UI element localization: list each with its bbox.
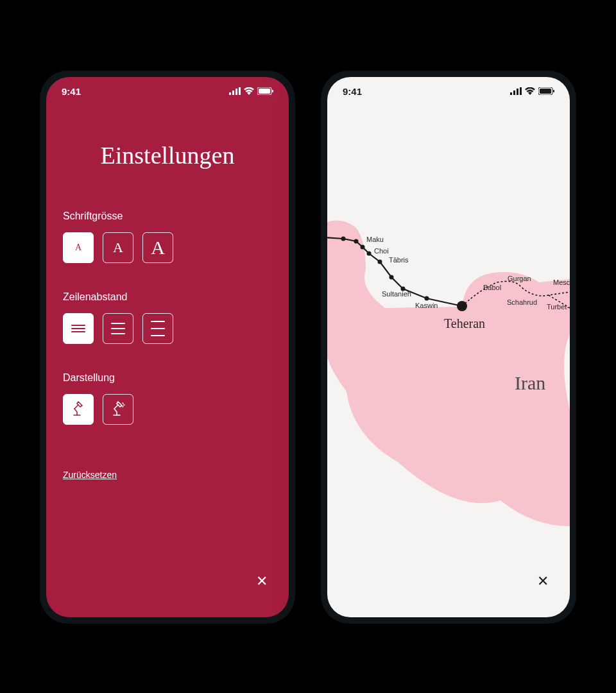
- map-area[interactable]: Maku Choi Täbris Sultanieh Kaswin Babol …: [327, 77, 570, 617]
- status-icons: [510, 87, 554, 95]
- svg-point-14: [341, 237, 346, 241]
- svg-rect-8: [513, 90, 515, 95]
- svg-point-18: [378, 260, 382, 264]
- svg-rect-1: [232, 90, 234, 95]
- lines-medium-icon: [111, 323, 125, 334]
- lamp-dark-icon: [110, 401, 126, 418]
- map-screen: 9:41: [327, 77, 570, 617]
- font-size-label: Schriftgrösse: [63, 210, 272, 222]
- svg-rect-10: [520, 87, 522, 95]
- svg-rect-12: [540, 89, 551, 94]
- svg-rect-9: [517, 89, 518, 95]
- svg-rect-6: [272, 90, 273, 92]
- close-button[interactable]: ✕: [534, 572, 552, 590]
- line-spacing-label: Zeilenabstand: [63, 291, 272, 303]
- svg-point-15: [354, 239, 359, 244]
- city-label: Gurgan: [508, 275, 531, 282]
- appearance-dark-button[interactable]: [103, 394, 133, 425]
- wifi-icon: [525, 87, 535, 95]
- map-svg: [327, 77, 570, 617]
- appearance-label: Darstellung: [63, 372, 272, 384]
- city-label: Sultanieh: [382, 290, 411, 298]
- city-label: Kaswin: [415, 302, 438, 309]
- svg-rect-2: [235, 89, 237, 95]
- city-label: Maku: [366, 235, 384, 243]
- city-label: Turbet-: [547, 303, 569, 311]
- lines-tight-icon: [71, 325, 85, 332]
- reset-link[interactable]: Zurücksetzen: [63, 470, 117, 480]
- status-icons: [229, 87, 273, 95]
- city-label: Mesch: [553, 278, 570, 286]
- country-label: Iran: [515, 372, 545, 394]
- page-title: Einstellungen: [63, 141, 272, 169]
- section-font-size: Schriftgrösse A A A: [63, 210, 272, 263]
- status-time: 9:41: [62, 86, 81, 97]
- svg-point-17: [367, 252, 372, 256]
- signal-icon: [229, 87, 241, 95]
- line-spacing-medium-button[interactable]: [103, 313, 133, 344]
- close-button[interactable]: ✕: [253, 572, 271, 590]
- line-spacing-tight-button[interactable]: [63, 313, 94, 344]
- city-label: Täbris: [389, 256, 409, 264]
- settings-screen: 9:41 Einstellungen Schriftgrösse A A A Z…: [46, 77, 289, 617]
- wifi-icon: [244, 87, 254, 95]
- appearance-light-button[interactable]: [63, 394, 94, 425]
- svg-rect-13: [553, 90, 554, 92]
- svg-point-21: [425, 296, 429, 301]
- city-label: Schahrud: [507, 298, 537, 306]
- svg-rect-3: [239, 87, 241, 95]
- svg-rect-7: [510, 92, 512, 95]
- status-time: 9:41: [343, 86, 362, 97]
- font-size-small-button[interactable]: A: [63, 232, 94, 263]
- lamp-light-icon: [70, 401, 87, 418]
- status-bar: 9:41: [327, 77, 570, 105]
- section-line-spacing: Zeilenabstand: [63, 291, 272, 344]
- battery-icon: [538, 87, 554, 95]
- status-bar: 9:41: [46, 77, 289, 105]
- phone-settings: 9:41 Einstellungen Schriftgrösse A A A Z…: [40, 71, 295, 624]
- phone-map: 9:41: [321, 71, 576, 624]
- signal-icon: [510, 87, 522, 95]
- font-size-large-button[interactable]: A: [142, 232, 173, 263]
- svg-rect-5: [259, 89, 270, 94]
- city-label: Choi: [374, 247, 389, 255]
- city-label: Babol: [483, 284, 501, 291]
- svg-rect-0: [229, 92, 231, 95]
- major-city-label: Teheran: [444, 316, 485, 331]
- section-appearance: Darstellung: [63, 372, 272, 425]
- battery-icon: [257, 87, 273, 95]
- svg-point-19: [389, 275, 394, 280]
- line-spacing-wide-button[interactable]: [142, 313, 173, 344]
- font-size-medium-button[interactable]: A: [103, 232, 133, 263]
- teheran-dot: [457, 301, 467, 311]
- svg-point-16: [361, 245, 365, 250]
- lines-wide-icon: [151, 321, 165, 336]
